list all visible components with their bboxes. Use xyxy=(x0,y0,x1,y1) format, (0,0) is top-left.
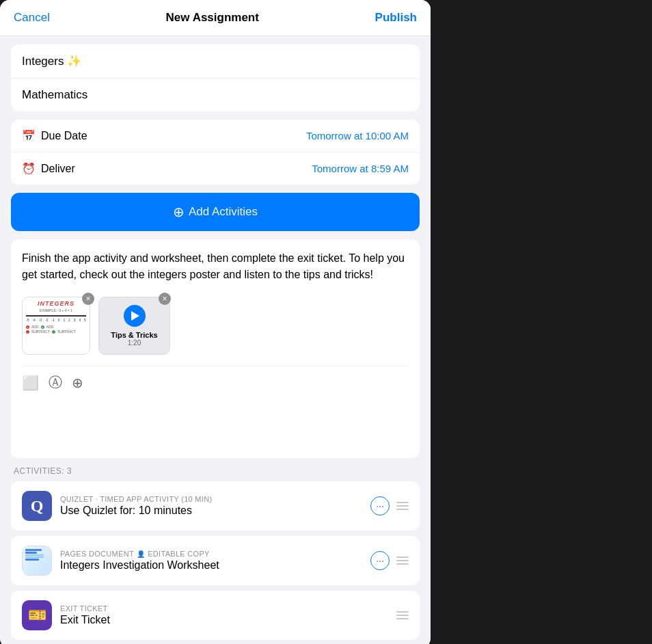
modal-title: New Assignment xyxy=(166,11,259,25)
hamburger-line-3 xyxy=(396,509,409,510)
quizlet-actions: ··· xyxy=(370,496,409,515)
pages-bar-2 xyxy=(25,556,44,558)
add-icon: ⊕ xyxy=(173,204,185,220)
pages-hamburger-line-3 xyxy=(396,563,409,565)
hamburger-line-1 xyxy=(396,502,409,503)
assignment-subject: Mathematics xyxy=(22,88,87,101)
due-date-text: Due Date xyxy=(41,130,87,142)
image-insert-icon[interactable]: ⬜ xyxy=(22,375,39,391)
pages-name: Integers Investigation Worksheet xyxy=(60,559,362,572)
pages-hamburger-line-1 xyxy=(396,556,409,558)
activities-section: ACTIVITIES: 3 Q QUIZLET · TIMED APP ACTI… xyxy=(11,466,420,640)
play-icon xyxy=(131,311,139,321)
integers-poster-attachment[interactable]: INTEGERS EXAMPLE: -3 + 4 = 1 -5-4-3-2-10… xyxy=(22,297,90,355)
exit-hamburger-line-2 xyxy=(396,615,409,616)
exit-ticket-reorder-handle[interactable] xyxy=(396,611,409,619)
number-line xyxy=(26,315,86,317)
exit-hamburger-line-3 xyxy=(396,618,409,619)
quizlet-name: Use Quizlet for: 10 minutes xyxy=(60,505,362,517)
exit-ticket-actions xyxy=(396,611,409,619)
quizlet-type: QUIZLET · TIMED APP ACTIVITY (10 MIN) xyxy=(60,495,362,503)
assignment-info-card: Integers ✨ Mathematics xyxy=(11,44,420,111)
pages-info: PAGES DOCUMENT 👤 EDITABLE COPY Integers … xyxy=(60,550,362,572)
pages-icon xyxy=(22,546,52,576)
pages-hamburger-line-2 xyxy=(396,560,409,561)
due-date-row[interactable]: 📅 Due Date Tomorrow at 10:00 AM xyxy=(11,120,420,152)
modal-container: Cancel New Assignment Publish Integers ✨… xyxy=(0,0,431,644)
assignment-title: Integers ✨ xyxy=(22,54,81,68)
pages-dots-icon: ··· xyxy=(376,555,384,566)
quizlet-reorder-handle[interactable] xyxy=(396,502,409,510)
pages-actions: ··· xyxy=(370,551,409,570)
remove-video-button[interactable]: × xyxy=(159,293,171,305)
exit-ticket-emoji: 🎫 xyxy=(28,606,46,624)
pages-editable-icon: 👤 xyxy=(137,550,145,558)
quizlet-info: QUIZLET · TIMED APP ACTIVITY (10 MIN) Us… xyxy=(60,495,362,517)
pages-type: PAGES DOCUMENT 👤 EDITABLE COPY xyxy=(60,550,362,558)
header: Cancel New Assignment Publish xyxy=(0,0,431,36)
assignment-title-row[interactable]: Integers ✨ xyxy=(11,44,420,79)
attachments-row: INTEGERS EXAMPLE: -3 + 4 = 1 -5-4-3-2-10… xyxy=(22,297,409,355)
deliver-value: Tomorrow at 8:59 AM xyxy=(312,163,409,174)
activities-count-label: ACTIVITIES: 3 xyxy=(11,466,420,476)
quizlet-more-button[interactable]: ··· xyxy=(370,496,390,515)
notes-text[interactable]: Finish the app activity and worksheet, t… xyxy=(22,250,409,283)
activity-exit-ticket: 🎫 EXIT TICKET Exit Ticket xyxy=(11,591,420,640)
video-duration: 1:20 xyxy=(128,339,141,347)
dates-card: 📅 Due Date Tomorrow at 10:00 AM ⏰ Delive… xyxy=(11,120,420,185)
add-activities-button[interactable]: ⊕ Add Activities xyxy=(11,193,420,231)
pages-reorder-handle[interactable] xyxy=(396,556,409,565)
text-format-icon[interactable]: Ⓐ xyxy=(49,373,62,392)
pages-bar-1 xyxy=(25,554,44,556)
activity-quizlet: Q QUIZLET · TIMED APP ACTIVITY (10 MIN) … xyxy=(11,481,420,531)
due-date-value: Tomorrow at 10:00 AM xyxy=(306,130,409,142)
pages-line-2 xyxy=(25,552,37,554)
exit-ticket-type: EXIT TICKET xyxy=(60,604,388,613)
dots-icon: ··· xyxy=(376,500,384,511)
deliver-row[interactable]: ⏰ Deliver Tomorrow at 8:59 AM xyxy=(11,152,420,185)
clock-icon: ⏰ xyxy=(22,162,36,175)
pages-more-button[interactable]: ··· xyxy=(370,551,390,570)
pages-line-1 xyxy=(25,549,42,551)
pages-line-3 xyxy=(25,559,39,561)
deliver-text: Deliver xyxy=(41,163,75,175)
publish-button[interactable]: Publish xyxy=(375,11,417,25)
notes-toolbar: ⬜ Ⓐ ⊕ xyxy=(22,366,409,392)
hamburger-line-2 xyxy=(396,505,409,507)
exit-hamburger-line-1 xyxy=(396,611,409,613)
video-title: Tips & Tricks xyxy=(111,331,157,339)
operations-list: + ADD + ADD - SUBTRACT - SUBTRACT xyxy=(26,325,86,334)
quizlet-icon: Q xyxy=(22,491,52,521)
add-activities-label: Add Activities xyxy=(189,205,258,219)
notes-card: Finish the app activity and worksheet, t… xyxy=(11,239,420,458)
play-button[interactable] xyxy=(124,305,146,327)
due-date-label: 📅 Due Date xyxy=(22,129,87,142)
exit-ticket-icon: 🎫 xyxy=(22,600,52,630)
cancel-button[interactable]: Cancel xyxy=(14,11,50,25)
pages-type-label: PAGES DOCUMENT xyxy=(60,550,134,558)
assignment-subject-row[interactable]: Mathematics xyxy=(11,79,420,111)
integers-thumb-label: INTEGERS xyxy=(38,300,74,307)
add-more-icon[interactable]: ⊕ xyxy=(72,375,83,391)
exit-ticket-name: Exit Ticket xyxy=(60,614,388,626)
pages-editable-label: EDITABLE COPY xyxy=(148,550,210,558)
deliver-label: ⏰ Deliver xyxy=(22,162,75,175)
pages-icon-inner xyxy=(23,546,51,575)
tips-tricks-attachment[interactable]: Tips & Tricks 1:20 × xyxy=(98,297,167,355)
activity-pages: PAGES DOCUMENT 👤 EDITABLE COPY Integers … xyxy=(11,536,420,585)
calendar-icon: 📅 xyxy=(22,129,36,142)
exit-ticket-info: EXIT TICKET Exit Ticket xyxy=(60,604,388,626)
pages-mini-preview xyxy=(23,546,51,575)
remove-poster-button[interactable]: × xyxy=(82,293,94,305)
